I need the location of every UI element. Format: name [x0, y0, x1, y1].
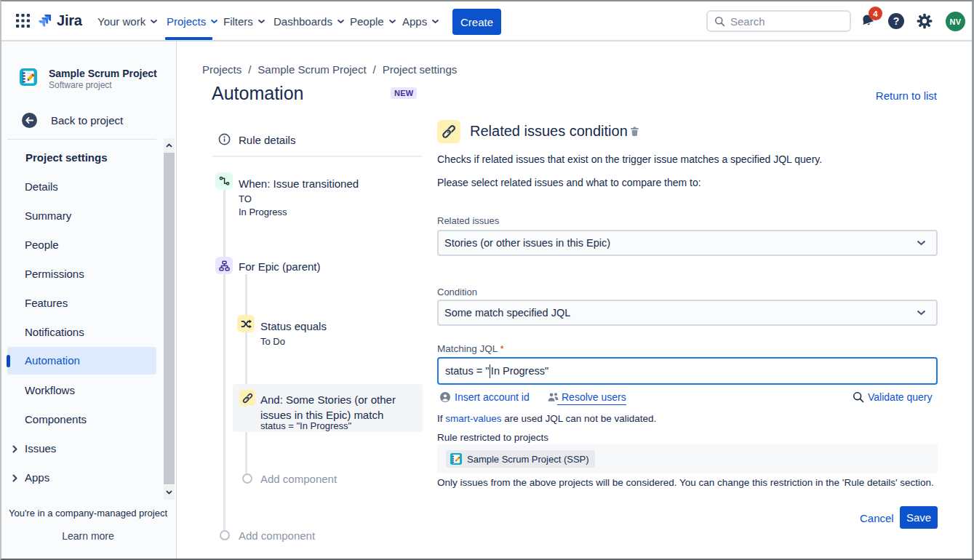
nav-projects[interactable]: Projects	[167, 1, 218, 41]
nav-item-label: Dashboards	[274, 15, 332, 28]
nav-item-label: Your work	[97, 15, 145, 28]
hierarchy-icon	[219, 260, 230, 271]
nav-people[interactable]: People	[350, 1, 396, 41]
search-icon	[714, 16, 725, 27]
delete-condition-button[interactable]	[629, 126, 640, 140]
learn-more-link[interactable]: Learn more	[0, 530, 176, 542]
add-component-outer[interactable]: Add component	[239, 529, 315, 542]
sidebar-item-automation[interactable]: Automation	[0, 347, 157, 375]
scrollbar-thumb[interactable]	[164, 153, 175, 484]
breadcrumb-separator: /	[373, 63, 376, 76]
app-switcher-icon[interactable]	[16, 0, 30, 41]
scrollbar-up-button[interactable]	[164, 138, 175, 153]
insert-account-id-button[interactable]	[439, 391, 451, 406]
jql-label: Matching JQL *	[437, 343, 504, 354]
insert-account-id-label[interactable]: Insert account id	[455, 391, 530, 403]
chain-connector-inner	[245, 274, 247, 473]
link-icon	[442, 124, 456, 139]
trigger-icon	[219, 176, 230, 187]
validate-query-label[interactable]: Validate query	[868, 391, 932, 403]
sidebar-item-features[interactable]: Features	[0, 289, 157, 318]
create-button[interactable]: Create	[452, 9, 501, 35]
nav-item-label: Apps	[402, 15, 427, 28]
sidebar-item-people[interactable]: People	[0, 231, 157, 260]
sidebar-item-summary[interactable]: Summary	[0, 201, 157, 231]
sidebar-item-workflows[interactable]: Workflows	[0, 376, 157, 405]
sidebar-item-details[interactable]: Details	[0, 172, 157, 201]
chevron-down-icon	[258, 19, 266, 24]
sidebar-item-project-settings[interactable]: Project settings	[0, 143, 157, 172]
status-item-title[interactable]: Status equals	[260, 320, 327, 332]
person-icon	[439, 391, 451, 403]
sidebar-divider	[7, 139, 156, 140]
chain-divider	[212, 156, 422, 157]
back-to-project-label[interactable]: Back to project	[51, 114, 123, 127]
trigger-item-sub2: In Progress	[239, 206, 287, 219]
select-value: Stories (or other issues in this Epic)	[444, 237, 610, 249]
jql-input[interactable]: status = "In Progress"	[437, 357, 938, 385]
breadcrumb-settings[interactable]: Project settings	[383, 63, 458, 76]
rule-restricted-label: Rule restricted to projects	[437, 432, 548, 443]
new-badge: NEW	[391, 87, 417, 99]
sidebar-item-permissions[interactable]: Permissions	[0, 260, 157, 289]
rule-details-item[interactable]: Rule details	[239, 134, 295, 146]
page-title: Automation	[212, 83, 303, 104]
help-button[interactable]: ?	[888, 13, 904, 29]
chevron-down-icon	[150, 19, 158, 24]
info-icon	[218, 133, 231, 145]
nav-filters[interactable]: Filters	[223, 1, 266, 41]
settings-button[interactable]	[917, 0, 933, 41]
breadcrumb-projects[interactable]: Projects	[202, 63, 241, 76]
condition-select[interactable]: Some match specified JQL	[437, 300, 938, 326]
sidebar-item-components[interactable]: Components	[0, 405, 157, 434]
validate-query-button[interactable]	[853, 391, 864, 406]
main-content: Projects/Sample Scrum Project/Project se…	[177, 41, 974, 560]
chevron-down-icon	[166, 490, 172, 495]
related-issues-select[interactable]: Stories (or other issues in this Epic)	[437, 230, 938, 256]
chevron-down-icon	[388, 19, 396, 24]
project-type-note: You're in a company-managed project	[0, 508, 176, 519]
trigger-item-title[interactable]: When: Issue transitioned	[239, 177, 359, 190]
arrow-left-icon	[25, 116, 34, 125]
notifications-badge: 4	[869, 7, 882, 20]
condition-item-title[interactable]: And: Some Stories (or otherissues in thi…	[260, 392, 428, 423]
return-to-list-link[interactable]: Return to list	[876, 89, 937, 102]
status-item-sub: To Do	[260, 335, 285, 348]
branch-item-title[interactable]: For Epic (parent)	[239, 260, 321, 273]
select-value: Some match specified JQL	[444, 307, 570, 319]
smart-values-link[interactable]: smart-values	[445, 413, 501, 424]
nav-your-work[interactable]: Your work	[97, 1, 158, 41]
sidebar-item-apps[interactable]: Apps	[0, 463, 157, 492]
jira-logo[interactable]: Jira	[38, 0, 82, 41]
status-item-icon	[237, 315, 255, 332]
smart-note-suffix: are used JQL can not be validated.	[502, 413, 657, 424]
cancel-button[interactable]: Cancel	[860, 512, 894, 524]
search-icon	[853, 391, 864, 403]
add-component-inner[interactable]: Add component	[260, 473, 337, 485]
breadcrumb-separator: /	[248, 63, 251, 76]
add-component-circle-outer[interactable]	[220, 530, 230, 540]
active-tab-underline	[165, 37, 212, 40]
scrollbar-down-button[interactable]	[164, 485, 175, 500]
back-to-project-button[interactable]	[22, 113, 37, 128]
branch-item-icon	[215, 257, 233, 274]
chevron-down-icon	[917, 240, 926, 246]
sidebar-item-issues[interactable]: Issues	[0, 434, 157, 463]
add-component-circle-inner[interactable]	[242, 473, 252, 484]
trigger-item-sub1: TO	[239, 193, 252, 206]
search-input[interactable]	[730, 15, 839, 28]
breadcrumb-project[interactable]: Sample Scrum Project	[258, 63, 366, 76]
link-icon	[242, 393, 253, 404]
resolve-users-label[interactable]: Resolve users	[557, 391, 626, 405]
project-type: Software project	[49, 80, 112, 90]
shuffle-icon	[241, 319, 252, 329]
sidebar-scrollbar[interactable]	[164, 138, 175, 500]
restricted-projects-box: Sample Scrum Project (SSP)	[437, 444, 938, 473]
nav-dashboards[interactable]: Dashboards	[274, 1, 345, 41]
nav-apps[interactable]: Apps	[402, 1, 439, 41]
condition-item-sub: status = "In Progress"	[260, 420, 351, 433]
sidebar-item-notifications[interactable]: Notifications	[0, 318, 157, 347]
avatar[interactable]: NV	[946, 12, 965, 31]
save-button[interactable]: Save	[900, 506, 938, 529]
nav-item-label: Filters	[223, 15, 253, 28]
